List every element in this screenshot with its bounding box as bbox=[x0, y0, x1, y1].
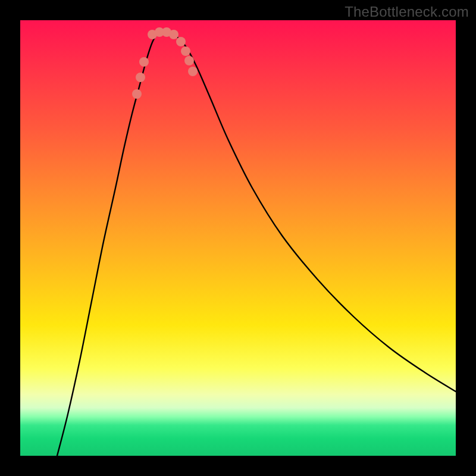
watermark-text: TheBottleneck.com bbox=[345, 4, 469, 20]
chart-frame: TheBottleneck.com bbox=[0, 0, 476, 476]
optimal-point-marker bbox=[139, 57, 149, 67]
optimal-point-marker bbox=[136, 73, 145, 82]
left-branch-path bbox=[57, 32, 158, 456]
optimal-point-marker bbox=[132, 89, 142, 99]
series-left-branch bbox=[57, 32, 158, 456]
optimal-point-marker bbox=[169, 30, 178, 39]
optimal-point-marker bbox=[184, 56, 194, 65]
right-branch-path bbox=[158, 32, 456, 392]
gradient-plot-area bbox=[20, 20, 456, 456]
curve-layer bbox=[20, 20, 456, 456]
series-right-branch bbox=[158, 32, 456, 392]
optimal-markers bbox=[132, 27, 198, 99]
optimal-point-marker bbox=[181, 46, 190, 56]
optimal-point-marker bbox=[188, 67, 198, 76]
optimal-point-marker bbox=[176, 37, 186, 46]
